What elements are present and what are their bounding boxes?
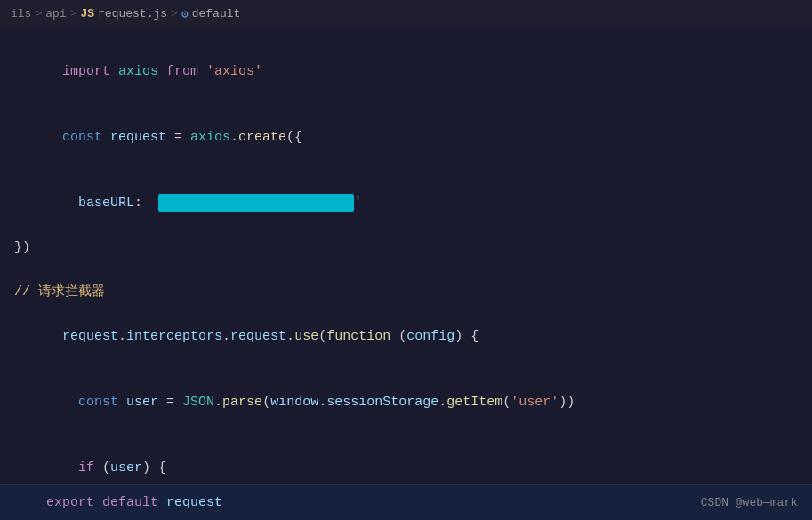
token-axios: axios (118, 64, 166, 79)
code-line-5 (0, 260, 812, 281)
token-request-final: request (166, 495, 222, 510)
token-paren-5: ( (262, 395, 270, 410)
token-string-axios: 'axios' (206, 64, 262, 79)
code-line-7-content: request.interceptors.request.use(functio… (14, 305, 798, 369)
code-line-8: const user = JSON.parse(window.sessionSt… (0, 370, 812, 436)
code-line-1-content: import axios from 'axios' (14, 40, 798, 104)
token-paren-8: ( (102, 460, 110, 476)
breadcrumb-sep3: > (171, 7, 178, 20)
token-dot-6: . (318, 395, 326, 410)
token-paren-1: ({ (286, 130, 302, 145)
token-dot-2: . (118, 329, 126, 344)
token-create: create (238, 130, 286, 145)
token-getitem: getItem (446, 395, 502, 410)
code-editor: import axios from 'axios' const request … (0, 28, 812, 484)
token-const-1: const (62, 130, 110, 145)
token-eq-2: = (166, 395, 182, 410)
token-request-1: request (110, 130, 174, 145)
token-sessionstorage: sessionStorage (326, 395, 438, 410)
token-user-1: user (126, 395, 166, 410)
code-line-2-content: const request = axios.create({ (14, 106, 798, 170)
code-line-4: }) (0, 236, 812, 260)
token-from: from (166, 64, 206, 79)
token-interceptors: interceptors (126, 329, 222, 344)
code-line-4-content: }) (14, 237, 798, 259)
code-line-6: // 请求拦截器 (0, 281, 812, 304)
code-line-9: if (user) { (0, 436, 812, 484)
bottom-bar: export default request CSDN @web—mark (0, 484, 812, 520)
token-quote-end: ' (354, 196, 362, 211)
breadcrumb-js-label: JS (80, 7, 94, 20)
token-dot-1: . (230, 130, 238, 145)
token-default: default (102, 495, 166, 510)
token-function: function (326, 329, 398, 344)
token-paren-7: )) (559, 395, 575, 410)
token-paren-3: ( (398, 329, 406, 344)
token-paren-4: ) { (454, 329, 478, 344)
breadcrumb-default: default (192, 7, 241, 20)
breadcrumb-sep1: > (35, 7, 42, 20)
token-const-2: const (78, 395, 126, 410)
token-if: if (78, 460, 102, 476)
token-import: import (62, 64, 118, 79)
token-paren-2: ( (318, 329, 326, 344)
token-json: JSON (182, 395, 214, 410)
settings-icon: ⚙ (181, 7, 189, 21)
code-line-9-content: if (user) { (14, 436, 798, 484)
token-dot-7: . (438, 395, 446, 410)
token-paren-6: ( (502, 395, 511, 410)
token-window: window (270, 395, 318, 410)
code-line-7: request.interceptors.request.use(functio… (0, 304, 812, 370)
token-paren-9: ) { (142, 460, 166, 476)
token-dot-3: . (222, 329, 230, 344)
token-use: use (294, 329, 318, 344)
code-line-3-content: baseURL: ' (14, 172, 798, 236)
token-eq-1: = (174, 130, 190, 145)
token-request-2: request (62, 329, 118, 344)
export-line: export default request (14, 480, 222, 520)
token-req: request (230, 329, 286, 344)
breadcrumb-sep2: > (70, 7, 77, 20)
token-dot-4: . (286, 329, 294, 344)
token-string-user: 'user' (511, 395, 559, 410)
breadcrumb-part1: ils (11, 7, 31, 20)
token-config-1: config (406, 329, 454, 344)
breadcrumb-part2: api (45, 7, 66, 20)
token-dot-5: . (214, 395, 222, 410)
token-export: export (46, 495, 102, 510)
breadcrumb-filename: request.js (98, 7, 167, 20)
token-colon-1: : (134, 196, 158, 211)
credit-text: CSDN @web—mark (701, 496, 798, 509)
token-indent-3 (62, 460, 78, 476)
code-line-3: baseURL: ' (0, 171, 812, 236)
token-indent-2 (62, 395, 78, 410)
token-axios-2: axios (190, 130, 230, 145)
breadcrumb: ils > api > JS request.js > ⚙ default (0, 0, 812, 28)
code-line-8-content: const user = JSON.parse(window.sessionSt… (14, 371, 798, 435)
token-baseurl: baseURL (78, 196, 134, 211)
token-user-2: user (110, 460, 142, 476)
token-indent-1 (62, 196, 78, 211)
redacted-url (158, 194, 354, 212)
code-line-2: const request = axios.create({ (0, 105, 812, 171)
code-line-1: import axios from 'axios' (0, 39, 812, 105)
token-parse: parse (222, 395, 262, 410)
token-comment: // 请求拦截器 (14, 282, 105, 303)
